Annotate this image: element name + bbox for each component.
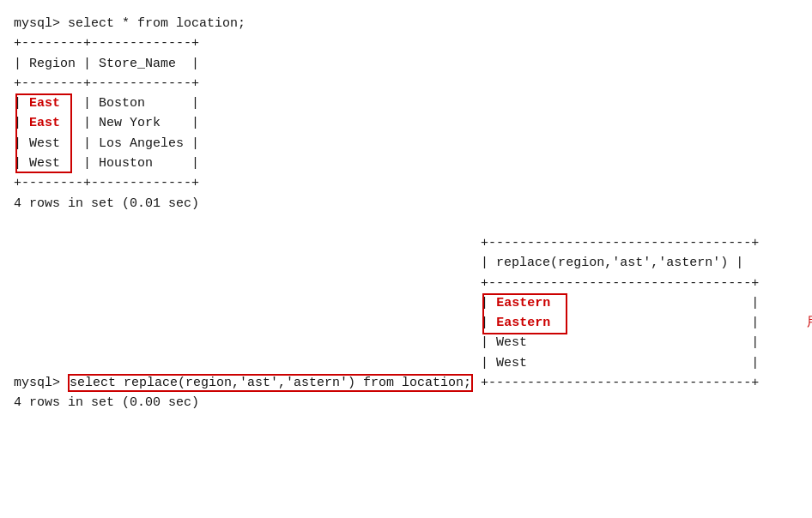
- table1-row1: | East | Boston |: [14, 93, 199, 113]
- table1-rows: | East | Boston | | East | New York | | …: [14, 93, 199, 173]
- query1-line: mysql> select * from location;: [14, 14, 798, 33]
- command1: select * from location;: [68, 16, 245, 31]
- table2-header: | replace(region,'ast','astern') |: [481, 253, 759, 273]
- table2-rows: +----------------------------------+ | E…: [481, 274, 759, 373]
- table2-row4: | West |: [481, 353, 759, 373]
- prompt2: mysql>: [14, 376, 68, 390]
- table2-row3: | West |: [481, 333, 759, 352]
- table1-separator-bot: +--------+-------------+: [14, 173, 199, 193]
- table2-separator-bot: +----------------------------------+: [481, 373, 759, 393]
- table1-row2: | East | New York |: [14, 113, 199, 133]
- table1-footer: 4 rows in set (0.01 sec): [14, 194, 798, 214]
- table2-footer: 4 rows in set (0.00 sec): [14, 393, 798, 413]
- table2-row1: | Eastern |: [481, 293, 759, 313]
- prompt1: mysql>: [14, 16, 68, 31]
- table1-separator-mid: +--------+-------------+: [14, 74, 199, 93]
- terminal-window: mysql> select * from location; +--------…: [14, 14, 798, 413]
- command2-highlight: select replace(region,'ast','astern') fr…: [68, 374, 473, 392]
- table2-separator-mid: +----------------------------------+: [481, 274, 759, 293]
- table1-row3: | West | Los Angeles |: [14, 134, 199, 154]
- table2-separator-top: +----------------------------------+: [481, 233, 759, 253]
- table1-header: | Region | Store_Name |: [14, 54, 199, 74]
- annotation-text: 用'ast'替换region列中的'astern'字符串: [807, 312, 812, 332]
- query2-wrapper: mysql> select replace(region,'ast','aste…: [14, 373, 473, 393]
- table1-row4: | West | Houston |: [14, 154, 199, 173]
- blank-line1: [14, 214, 798, 233]
- query2-line: mysql> select replace(region,'ast','aste…: [14, 373, 473, 393]
- table2-row2: | Eastern |: [481, 313, 759, 333]
- table1-separator-top: +--------+-------------+: [14, 33, 199, 53]
- table2-section: +----------------------------------+ | r…: [481, 233, 759, 393]
- table1-section: +--------+-------------+ | Region | Stor…: [14, 33, 199, 193]
